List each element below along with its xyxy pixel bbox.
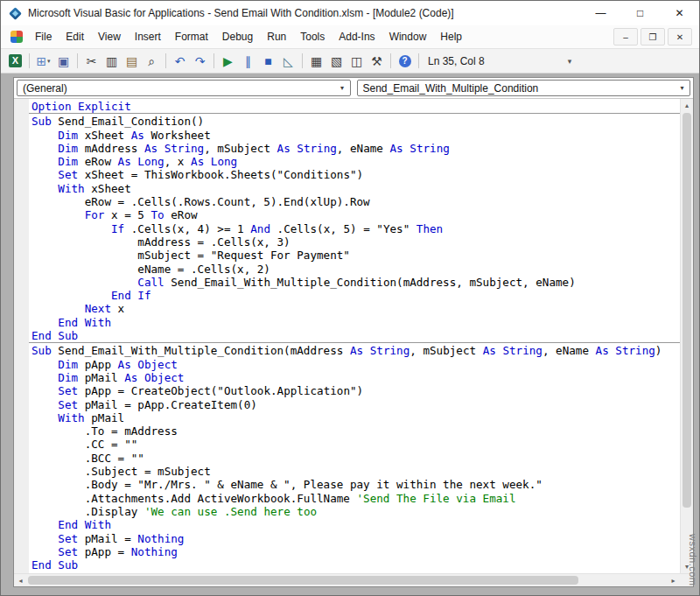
cut-icon: ✂ xyxy=(87,55,97,67)
procedure-dropdown[interactable]: Send_Email_With_Multiple_Condition ▾ xyxy=(357,80,691,96)
find-icon: ⌕ xyxy=(149,55,156,67)
minimize-button[interactable]: — xyxy=(581,1,620,25)
code-line: Set pMail = pApp.CreateItem(0) xyxy=(32,398,680,411)
code-window-header: (General) ▾ Send_Email_With_Multiple_Con… xyxy=(14,78,693,99)
copy-icon[interactable]: ▥ xyxy=(102,51,122,71)
margin-indicator-bar[interactable] xyxy=(14,99,29,573)
code-line: eRow = .Cells(.Rows.Count, 5).End(xlUp).… xyxy=(32,195,680,208)
view-excel-icon: X xyxy=(9,54,22,67)
code-line: Dim mAddress As String, mSubject As Stri… xyxy=(32,142,680,155)
project-explorer-icon: ▦ xyxy=(311,55,322,67)
child-minimize-button[interactable]: – xyxy=(613,28,638,46)
code-line: .Subject = mSubject xyxy=(32,465,680,478)
vertical-scrollbar[interactable]: ▴ ▾ xyxy=(680,99,693,573)
code-line: Next x xyxy=(32,302,680,315)
code-line: Option Explicit xyxy=(32,100,680,113)
scroll-right-icon[interactable]: ▸ xyxy=(667,574,680,586)
properties-window-icon[interactable]: ▧ xyxy=(326,51,346,71)
project-explorer-icon[interactable]: ▦ xyxy=(306,51,326,71)
mdi-background: (General) ▾ Send_Email_With_Multiple_Con… xyxy=(2,74,698,594)
code-line: Set xSheet = ThisWorkbook.Sheets("Condit… xyxy=(32,168,680,181)
cut-icon[interactable]: ✂ xyxy=(81,51,102,71)
view-excel-icon[interactable]: X xyxy=(5,51,25,71)
break-icon[interactable]: ∥ xyxy=(238,51,258,71)
menu-item-format[interactable]: Format xyxy=(168,26,215,47)
module-window-icon[interactable] xyxy=(10,31,23,43)
menu-item-file[interactable]: File xyxy=(28,26,59,47)
close-button[interactable]: ✕ xyxy=(660,1,699,25)
code-line: eName = .Cells(x, 2) xyxy=(32,263,680,276)
code-line: End With xyxy=(32,316,680,329)
scroll-left-icon[interactable]: ◂ xyxy=(14,574,27,586)
reset-icon[interactable]: ■ xyxy=(258,51,278,71)
hscroll-thumb[interactable] xyxy=(28,576,578,585)
menu-item-tools[interactable]: Tools xyxy=(293,26,332,47)
code-line: .CC = "" xyxy=(32,438,680,451)
code-line: Dim xSheet As Worksheet xyxy=(32,129,680,142)
object-dropdown[interactable]: (General) ▾ xyxy=(17,80,351,96)
code-line: End With xyxy=(32,518,680,531)
child-restore-button[interactable]: ❐ xyxy=(640,28,665,46)
paste-icon: ▤ xyxy=(126,55,137,67)
toolbar-separator xyxy=(390,53,391,68)
help-icon[interactable]: ? xyxy=(395,51,415,71)
vscroll-track[interactable] xyxy=(681,112,693,560)
code-editor[interactable]: Option ExplicitSub Send_Email_Condition(… xyxy=(29,99,680,573)
menu-item-edit[interactable]: Edit xyxy=(59,26,91,47)
code-line: Sub Send_Email_With_Multiple_Condition(m… xyxy=(32,344,680,357)
menu-item-window[interactable]: Window xyxy=(382,26,434,47)
vscroll-thumb[interactable] xyxy=(682,113,691,508)
child-close-button[interactable]: ✕ xyxy=(668,28,692,46)
insert-userform-icon[interactable]: ⊞▾ xyxy=(33,51,53,71)
menu-item-insert[interactable]: Insert xyxy=(128,26,168,47)
maximize-button[interactable]: □ xyxy=(620,1,660,25)
toolbar-separator xyxy=(418,53,419,68)
undo-icon: ↶ xyxy=(175,55,186,67)
toolbox-icon: ⚒ xyxy=(371,55,382,67)
code-line: End If xyxy=(32,289,680,302)
menu-item-help[interactable]: Help xyxy=(433,26,469,47)
menubar: FileEditViewInsertFormatDebugRunToolsAdd… xyxy=(1,25,699,49)
save-icon[interactable]: ▣ xyxy=(53,51,74,71)
run-icon[interactable]: ▶ xyxy=(218,51,238,71)
toolbar-icons: X⊞▾▣✂▥▤⌕↶↷▶∥■◺▦▧◫⚒? xyxy=(5,51,415,71)
code-line: Call Send_Email_With_Multiple_Condition(… xyxy=(32,276,680,289)
code-line: With xSheet xyxy=(32,182,680,195)
menu-item-view[interactable]: View xyxy=(91,26,128,47)
toolbar-separator xyxy=(77,53,78,68)
toolbox-icon[interactable]: ⚒ xyxy=(367,51,387,71)
chevron-down-icon[interactable]: ▾ xyxy=(335,81,350,95)
code-line: .BCC = "" xyxy=(32,452,680,465)
watermark: wsxdn.com xyxy=(688,534,698,586)
help-icon: ? xyxy=(399,55,411,67)
hscroll-track[interactable] xyxy=(27,574,667,586)
run-icon: ▶ xyxy=(223,55,233,67)
horizontal-scrollbar[interactable]: ◂ ▸ xyxy=(14,574,680,586)
paste-icon[interactable]: ▤ xyxy=(122,51,142,71)
code-line: With pMail xyxy=(32,411,680,424)
cursor-position-label: Ln 35, Col 8 xyxy=(428,55,485,67)
code-line: Set pApp = CreateObject("Outlook.Applica… xyxy=(32,384,680,397)
menu-item-debug[interactable]: Debug xyxy=(215,26,260,47)
toolbar-overflow-button[interactable]: ▾ xyxy=(568,57,572,66)
redo-icon[interactable]: ↷ xyxy=(190,51,210,71)
vba-app-icon xyxy=(9,7,22,20)
code-line: Dim eRow As Long, x As Long xyxy=(32,155,680,168)
find-icon[interactable]: ⌕ xyxy=(142,51,162,71)
code-line: mAddress = .Cells(x, 3) xyxy=(32,235,680,249)
code-line: Set pMail = Nothing xyxy=(32,532,680,545)
code-line: If .Cells(x, 4) >= 1 And .Cells(x, 5) = … xyxy=(32,222,680,235)
code-body: Option ExplicitSub Send_Email_Condition(… xyxy=(14,99,693,573)
menu-item-addins[interactable]: Add-Ins xyxy=(332,26,382,47)
object-dropdown-value: (General) xyxy=(23,82,67,95)
menu-items: FileEditViewInsertFormatDebugRunToolsAdd… xyxy=(28,26,469,47)
design-mode-icon[interactable]: ◺ xyxy=(278,51,298,71)
object-browser-icon[interactable]: ◫ xyxy=(346,51,367,71)
menu-item-run[interactable]: Run xyxy=(260,26,293,47)
code-line: .To = mAddress xyxy=(32,424,680,438)
chevron-down-icon[interactable]: ▾ xyxy=(675,81,690,95)
scroll-up-icon[interactable]: ▴ xyxy=(681,99,693,112)
undo-icon[interactable]: ↶ xyxy=(170,51,190,71)
break-icon: ∥ xyxy=(245,55,251,67)
toolbar-separator xyxy=(29,53,30,68)
